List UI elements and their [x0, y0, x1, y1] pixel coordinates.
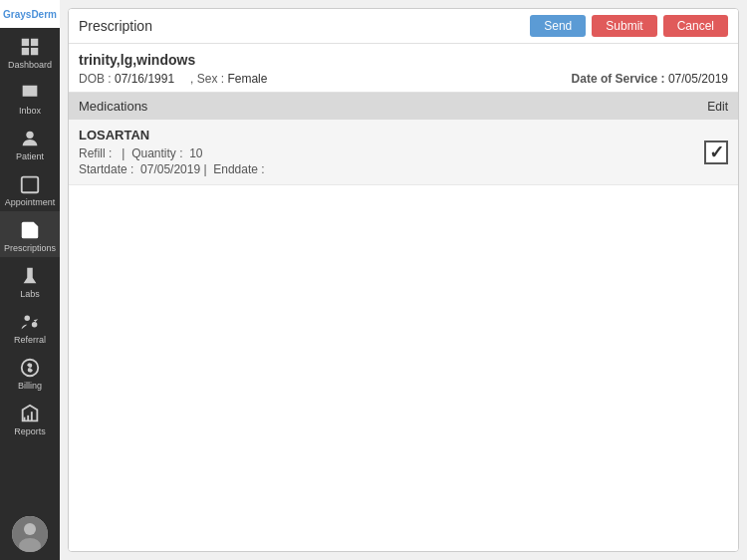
quantity-label: Quantity : — [131, 146, 182, 160]
svg-rect-1 — [31, 39, 38, 46]
logo-text: GraysDerm — [3, 9, 57, 20]
svg-rect-3 — [31, 48, 38, 55]
dos-label: Date of Service : — [572, 72, 665, 86]
dob-label: DOB : — [79, 72, 112, 86]
patient-details: DOB : 07/16/1991 , Sex : Female Date of … — [79, 72, 728, 86]
appointment-icon — [19, 173, 41, 195]
sidebar-item-reports-label: Reports — [14, 426, 46, 436]
sidebar-item-labs[interactable]: Labs — [0, 257, 60, 303]
svg-rect-11 — [31, 412, 33, 420]
user-avatar[interactable] — [12, 516, 48, 552]
svg-point-14 — [24, 523, 36, 535]
avatar-image — [12, 516, 48, 552]
svg-rect-2 — [22, 48, 29, 55]
edit-link[interactable]: Edit — [707, 100, 728, 114]
sidebar-item-referral[interactable]: Referral — [0, 303, 60, 349]
sidebar-item-patient[interactable]: Patient — [0, 120, 60, 165]
sidebar-item-patient-label: Patient — [16, 151, 44, 161]
sidebar-item-referral-label: Referral — [14, 335, 46, 345]
svg-point-4 — [26, 132, 33, 139]
prescription-card: Prescription Send Submit Cancel trinity,… — [68, 8, 739, 552]
sidebar-item-billing[interactable]: Billing — [0, 349, 60, 395]
app-logo: GraysDerm — [0, 0, 60, 28]
send-button[interactable]: Send — [530, 15, 586, 37]
sidebar-item-appointment[interactable]: Appointment — [0, 165, 60, 211]
logo-color: Derm — [31, 9, 57, 20]
main-content: Prescription Send Submit Cancel trinity,… — [60, 0, 747, 560]
labs-icon — [19, 265, 41, 287]
med-name: LOSARTAN — [79, 128, 728, 142]
patient-icon — [19, 128, 41, 149]
svg-point-7 — [25, 316, 31, 322]
quantity-value: 10 — [189, 146, 202, 160]
refill-label: Refill : — [79, 146, 112, 160]
sex-label: , Sex : — [190, 72, 224, 86]
checkmark-icon: ✓ — [709, 143, 724, 161]
patient-info: trinity,lg,windows DOB : 07/16/1991 , Se… — [69, 44, 738, 93]
sidebar: GraysDerm Dashboard Inbox Patient Appoin… — [0, 0, 60, 560]
prescriptions-icon — [19, 219, 41, 241]
sidebar-item-billing-label: Billing — [18, 381, 42, 391]
sidebar-item-labs-label: Labs — [20, 289, 40, 299]
sidebar-item-appointment-label: Appointment — [5, 197, 56, 207]
reports-icon — [19, 403, 41, 424]
med-dates: Startdate : 07/05/2019 | Enddate : — [79, 162, 728, 176]
logo-gray: Grays — [3, 9, 31, 20]
medications-title: Medications — [79, 99, 147, 114]
submit-button[interactable]: Submit — [592, 15, 656, 37]
enddate-label: Enddate : — [213, 162, 264, 176]
sidebar-item-prescriptions[interactable]: Prescriptions — [0, 211, 60, 257]
card-header: Prescription Send Submit Cancel — [69, 9, 738, 44]
svg-rect-5 — [22, 177, 39, 193]
startdate-label: Startdate : — [79, 162, 133, 176]
content-area — [69, 185, 738, 551]
startdate-value: 07/05/2019 — [140, 162, 200, 176]
dob-value: 07/16/1991 — [115, 72, 174, 86]
svg-point-8 — [32, 322, 38, 328]
billing-icon — [19, 357, 41, 379]
sidebar-item-inbox-label: Inbox — [19, 106, 41, 116]
medication-item: LOSARTAN Refill : | Quantity : 10 Startd… — [69, 120, 738, 185]
sidebar-item-dashboard-label: Dashboard — [8, 60, 52, 70]
inbox-icon — [19, 82, 41, 104]
patient-name: trinity,lg,windows — [79, 52, 728, 68]
svg-rect-0 — [22, 39, 29, 46]
med-details: Refill : | Quantity : 10 — [79, 146, 728, 160]
sidebar-item-prescriptions-label: Prescriptions — [4, 243, 56, 253]
sex-value: Female — [227, 72, 267, 86]
dashboard-icon — [19, 36, 41, 58]
sidebar-item-dashboard[interactable]: Dashboard — [0, 28, 60, 74]
cancel-button[interactable]: Cancel — [663, 15, 728, 37]
avatar-svg — [12, 516, 48, 552]
svg-rect-12 — [24, 418, 26, 421]
dos-value: 07/05/2019 — [668, 72, 728, 86]
sidebar-item-reports[interactable]: Reports — [0, 395, 60, 440]
med-checkbox[interactable]: ✓ — [704, 140, 728, 164]
date-of-service: Date of Service : 07/05/2019 — [572, 72, 728, 86]
header-buttons: Send Submit Cancel — [530, 15, 728, 37]
sidebar-item-inbox[interactable]: Inbox — [0, 74, 60, 120]
card-title: Prescription — [79, 18, 152, 34]
referral-icon — [19, 311, 41, 333]
medications-header: Medications Edit — [69, 93, 738, 120]
svg-rect-10 — [27, 416, 29, 421]
